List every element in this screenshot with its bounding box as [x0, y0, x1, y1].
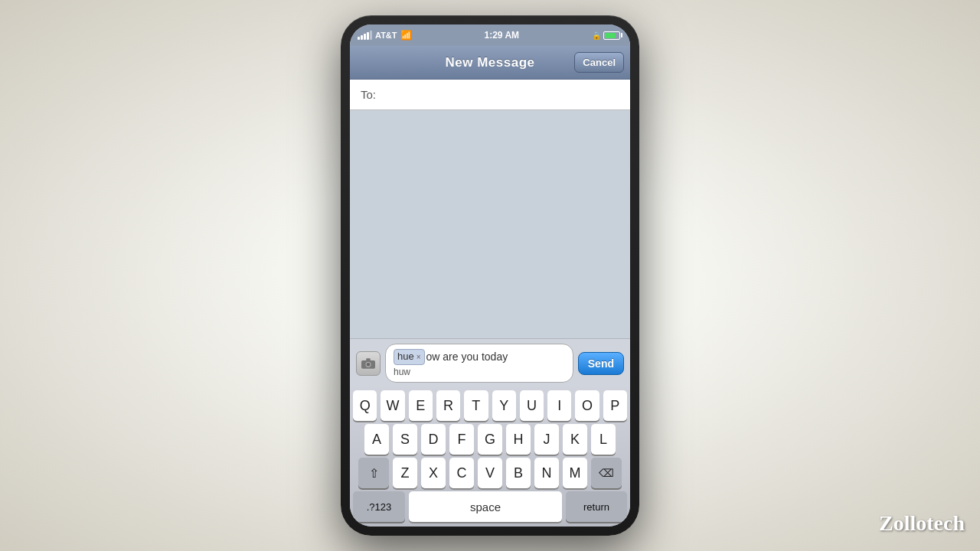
key-delete[interactable]: ⌫ [591, 458, 622, 488]
phone-screen: AT&T 📶 1:29 AM 🔒 New Message [350, 24, 630, 527]
message-text: ow are you today [426, 350, 508, 364]
svg-rect-3 [366, 358, 370, 361]
keyboard: Q W E R T Y U I O P A S D F G [350, 387, 630, 527]
keyboard-row-1: Q W E R T Y U I O P [350, 387, 630, 421]
signal-bars-icon [358, 31, 372, 40]
lock-icon: 🔒 [592, 31, 601, 40]
key-x[interactable]: X [421, 458, 446, 488]
svg-point-2 [367, 363, 371, 367]
nav-bar: New Message Cancel [350, 46, 630, 80]
wifi-icon: 📶 [400, 30, 412, 41]
status-left: AT&T 📶 [358, 30, 412, 41]
keyboard-row-3: ⇧ Z X C V B N M ⌫ [350, 455, 630, 488]
key-k[interactable]: K [563, 424, 587, 455]
input-bar: hue × ow are you today huw Send [350, 338, 630, 387]
carrier-label: AT&T [375, 31, 397, 40]
key-u[interactable]: U [520, 390, 544, 421]
key-y[interactable]: Y [492, 390, 516, 421]
key-n[interactable]: N [534, 458, 559, 488]
key-l[interactable]: L [591, 424, 616, 455]
message-area[interactable] [350, 110, 630, 338]
key-return[interactable]: return [566, 491, 627, 522]
key-g[interactable]: G [478, 424, 502, 455]
key-w[interactable]: W [381, 390, 404, 421]
key-p[interactable]: P [603, 390, 627, 421]
cancel-button[interactable]: Cancel [574, 52, 624, 73]
key-f[interactable]: F [449, 424, 474, 455]
keyboard-bottom-row: .?123 space return [350, 488, 630, 527]
autocorrect-close-icon[interactable]: × [416, 352, 421, 362]
watermark: Zollotech [879, 511, 965, 536]
key-d[interactable]: D [421, 424, 446, 455]
key-o[interactable]: O [575, 390, 599, 421]
key-numbers[interactable]: .?123 [353, 491, 405, 522]
key-b[interactable]: B [506, 458, 531, 488]
battery-icon [603, 31, 622, 40]
phone-body: AT&T 📶 1:29 AM 🔒 New Message [341, 15, 639, 536]
to-input[interactable] [381, 88, 619, 101]
camera-button[interactable] [356, 351, 381, 376]
key-z[interactable]: Z [393, 458, 417, 488]
status-bar: AT&T 📶 1:29 AM 🔒 [350, 24, 630, 46]
key-j[interactable]: J [534, 424, 559, 455]
keyboard-row-2: A S D F G H J K L [350, 421, 630, 455]
key-i[interactable]: I [547, 390, 571, 421]
to-label: To: [361, 88, 376, 101]
text-input-wrapper[interactable]: hue × ow are you today huw [385, 344, 573, 383]
camera-icon [361, 358, 375, 369]
status-right: 🔒 [592, 31, 622, 40]
key-r[interactable]: R [436, 390, 460, 421]
key-e[interactable]: E [409, 390, 433, 421]
key-a[interactable]: A [364, 424, 389, 455]
autocorrect-tag: hue × [394, 349, 425, 365]
key-space[interactable]: space [409, 491, 562, 522]
phone-wrapper: AT&T 📶 1:29 AM 🔒 New Message [341, 15, 639, 536]
key-q[interactable]: Q [353, 390, 377, 421]
key-s[interactable]: S [393, 424, 417, 455]
key-t[interactable]: T [464, 390, 488, 421]
time-display: 1:29 AM [484, 30, 519, 41]
to-field: To: [350, 80, 630, 110]
key-v[interactable]: V [478, 458, 502, 488]
autocorrect-suggestion: huw [394, 365, 565, 377]
key-c[interactable]: C [449, 458, 474, 488]
key-h[interactable]: H [506, 424, 531, 455]
key-m[interactable]: M [563, 458, 587, 488]
key-shift[interactable]: ⇧ [358, 458, 389, 488]
nav-title: New Message [446, 55, 535, 70]
send-button[interactable]: Send [578, 352, 624, 375]
